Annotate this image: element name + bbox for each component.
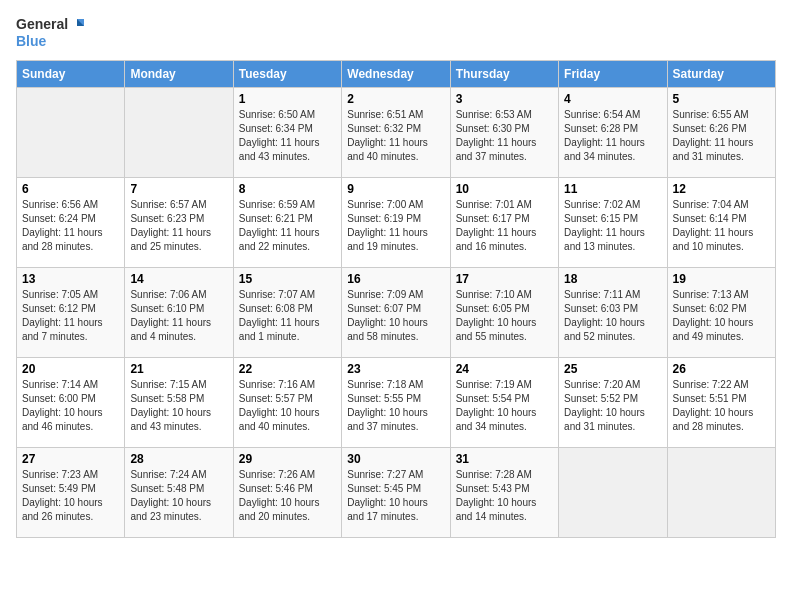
day-cell: 10Sunrise: 7:01 AM Sunset: 6:17 PM Dayli… <box>450 178 558 268</box>
day-number: 25 <box>564 362 661 376</box>
day-cell: 6Sunrise: 6:56 AM Sunset: 6:24 PM Daylig… <box>17 178 125 268</box>
day-info: Sunrise: 7:13 AM Sunset: 6:02 PM Dayligh… <box>673 288 770 344</box>
day-number: 30 <box>347 452 444 466</box>
day-number: 14 <box>130 272 227 286</box>
day-cell: 12Sunrise: 7:04 AM Sunset: 6:14 PM Dayli… <box>667 178 775 268</box>
day-cell: 7Sunrise: 6:57 AM Sunset: 6:23 PM Daylig… <box>125 178 233 268</box>
day-cell: 4Sunrise: 6:54 AM Sunset: 6:28 PM Daylig… <box>559 88 667 178</box>
day-cell: 28Sunrise: 7:24 AM Sunset: 5:48 PM Dayli… <box>125 448 233 538</box>
day-cell: 21Sunrise: 7:15 AM Sunset: 5:58 PM Dayli… <box>125 358 233 448</box>
day-number: 6 <box>22 182 119 196</box>
day-info: Sunrise: 7:14 AM Sunset: 6:00 PM Dayligh… <box>22 378 119 434</box>
week-row-4: 20Sunrise: 7:14 AM Sunset: 6:00 PM Dayli… <box>17 358 776 448</box>
logo-flag-icon <box>68 17 84 33</box>
day-info: Sunrise: 7:16 AM Sunset: 5:57 PM Dayligh… <box>239 378 336 434</box>
day-cell: 24Sunrise: 7:19 AM Sunset: 5:54 PM Dayli… <box>450 358 558 448</box>
day-info: Sunrise: 7:05 AM Sunset: 6:12 PM Dayligh… <box>22 288 119 344</box>
day-cell: 14Sunrise: 7:06 AM Sunset: 6:10 PM Dayli… <box>125 268 233 358</box>
day-number: 27 <box>22 452 119 466</box>
day-info: Sunrise: 6:57 AM Sunset: 6:23 PM Dayligh… <box>130 198 227 254</box>
day-cell: 8Sunrise: 6:59 AM Sunset: 6:21 PM Daylig… <box>233 178 341 268</box>
day-number: 22 <box>239 362 336 376</box>
day-number: 11 <box>564 182 661 196</box>
logo-blue: Blue <box>16 33 46 49</box>
day-cell: 15Sunrise: 7:07 AM Sunset: 6:08 PM Dayli… <box>233 268 341 358</box>
logo-wordmark: General Blue <box>16 16 84 50</box>
day-cell <box>17 88 125 178</box>
day-info: Sunrise: 7:15 AM Sunset: 5:58 PM Dayligh… <box>130 378 227 434</box>
day-cell <box>559 448 667 538</box>
day-header-tuesday: Tuesday <box>233 61 341 88</box>
day-header-thursday: Thursday <box>450 61 558 88</box>
day-info: Sunrise: 6:50 AM Sunset: 6:34 PM Dayligh… <box>239 108 336 164</box>
day-cell: 23Sunrise: 7:18 AM Sunset: 5:55 PM Dayli… <box>342 358 450 448</box>
day-cell: 17Sunrise: 7:10 AM Sunset: 6:05 PM Dayli… <box>450 268 558 358</box>
day-info: Sunrise: 7:18 AM Sunset: 5:55 PM Dayligh… <box>347 378 444 434</box>
day-info: Sunrise: 6:59 AM Sunset: 6:21 PM Dayligh… <box>239 198 336 254</box>
calendar: SundayMondayTuesdayWednesdayThursdayFrid… <box>16 60 776 538</box>
header: General Blue <box>16 16 776 50</box>
day-number: 16 <box>347 272 444 286</box>
week-row-3: 13Sunrise: 7:05 AM Sunset: 6:12 PM Dayli… <box>17 268 776 358</box>
day-number: 29 <box>239 452 336 466</box>
day-cell <box>667 448 775 538</box>
header-row: SundayMondayTuesdayWednesdayThursdayFrid… <box>17 61 776 88</box>
day-cell: 11Sunrise: 7:02 AM Sunset: 6:15 PM Dayli… <box>559 178 667 268</box>
day-number: 15 <box>239 272 336 286</box>
day-info: Sunrise: 6:54 AM Sunset: 6:28 PM Dayligh… <box>564 108 661 164</box>
day-cell: 31Sunrise: 7:28 AM Sunset: 5:43 PM Dayli… <box>450 448 558 538</box>
day-info: Sunrise: 6:53 AM Sunset: 6:30 PM Dayligh… <box>456 108 553 164</box>
day-number: 31 <box>456 452 553 466</box>
day-number: 19 <box>673 272 770 286</box>
day-cell: 13Sunrise: 7:05 AM Sunset: 6:12 PM Dayli… <box>17 268 125 358</box>
day-cell: 16Sunrise: 7:09 AM Sunset: 6:07 PM Dayli… <box>342 268 450 358</box>
day-info: Sunrise: 6:51 AM Sunset: 6:32 PM Dayligh… <box>347 108 444 164</box>
day-cell: 9Sunrise: 7:00 AM Sunset: 6:19 PM Daylig… <box>342 178 450 268</box>
day-info: Sunrise: 7:22 AM Sunset: 5:51 PM Dayligh… <box>673 378 770 434</box>
day-info: Sunrise: 6:56 AM Sunset: 6:24 PM Dayligh… <box>22 198 119 254</box>
day-info: Sunrise: 7:26 AM Sunset: 5:46 PM Dayligh… <box>239 468 336 524</box>
week-row-5: 27Sunrise: 7:23 AM Sunset: 5:49 PM Dayli… <box>17 448 776 538</box>
day-cell <box>125 88 233 178</box>
day-number: 23 <box>347 362 444 376</box>
day-cell: 1Sunrise: 6:50 AM Sunset: 6:34 PM Daylig… <box>233 88 341 178</box>
day-cell: 5Sunrise: 6:55 AM Sunset: 6:26 PM Daylig… <box>667 88 775 178</box>
day-cell: 2Sunrise: 6:51 AM Sunset: 6:32 PM Daylig… <box>342 88 450 178</box>
day-info: Sunrise: 7:01 AM Sunset: 6:17 PM Dayligh… <box>456 198 553 254</box>
day-info: Sunrise: 7:00 AM Sunset: 6:19 PM Dayligh… <box>347 198 444 254</box>
day-number: 5 <box>673 92 770 106</box>
day-number: 1 <box>239 92 336 106</box>
day-info: Sunrise: 7:04 AM Sunset: 6:14 PM Dayligh… <box>673 198 770 254</box>
day-cell: 25Sunrise: 7:20 AM Sunset: 5:52 PM Dayli… <box>559 358 667 448</box>
day-cell: 19Sunrise: 7:13 AM Sunset: 6:02 PM Dayli… <box>667 268 775 358</box>
day-number: 4 <box>564 92 661 106</box>
week-row-2: 6Sunrise: 6:56 AM Sunset: 6:24 PM Daylig… <box>17 178 776 268</box>
day-number: 10 <box>456 182 553 196</box>
day-number: 13 <box>22 272 119 286</box>
day-cell: 30Sunrise: 7:27 AM Sunset: 5:45 PM Dayli… <box>342 448 450 538</box>
day-number: 26 <box>673 362 770 376</box>
day-number: 7 <box>130 182 227 196</box>
day-number: 17 <box>456 272 553 286</box>
day-number: 8 <box>239 182 336 196</box>
week-row-1: 1Sunrise: 6:50 AM Sunset: 6:34 PM Daylig… <box>17 88 776 178</box>
day-cell: 18Sunrise: 7:11 AM Sunset: 6:03 PM Dayli… <box>559 268 667 358</box>
day-cell: 22Sunrise: 7:16 AM Sunset: 5:57 PM Dayli… <box>233 358 341 448</box>
logo-general: General <box>16 16 68 32</box>
day-number: 9 <box>347 182 444 196</box>
day-info: Sunrise: 7:19 AM Sunset: 5:54 PM Dayligh… <box>456 378 553 434</box>
day-number: 20 <box>22 362 119 376</box>
calendar-header: SundayMondayTuesdayWednesdayThursdayFrid… <box>17 61 776 88</box>
logo: General Blue <box>16 16 84 50</box>
day-info: Sunrise: 7:27 AM Sunset: 5:45 PM Dayligh… <box>347 468 444 524</box>
day-cell: 26Sunrise: 7:22 AM Sunset: 5:51 PM Dayli… <box>667 358 775 448</box>
day-info: Sunrise: 7:07 AM Sunset: 6:08 PM Dayligh… <box>239 288 336 344</box>
day-info: Sunrise: 7:02 AM Sunset: 6:15 PM Dayligh… <box>564 198 661 254</box>
day-header-saturday: Saturday <box>667 61 775 88</box>
day-cell: 27Sunrise: 7:23 AM Sunset: 5:49 PM Dayli… <box>17 448 125 538</box>
day-header-wednesday: Wednesday <box>342 61 450 88</box>
day-number: 18 <box>564 272 661 286</box>
day-number: 21 <box>130 362 227 376</box>
day-info: Sunrise: 7:09 AM Sunset: 6:07 PM Dayligh… <box>347 288 444 344</box>
day-header-monday: Monday <box>125 61 233 88</box>
